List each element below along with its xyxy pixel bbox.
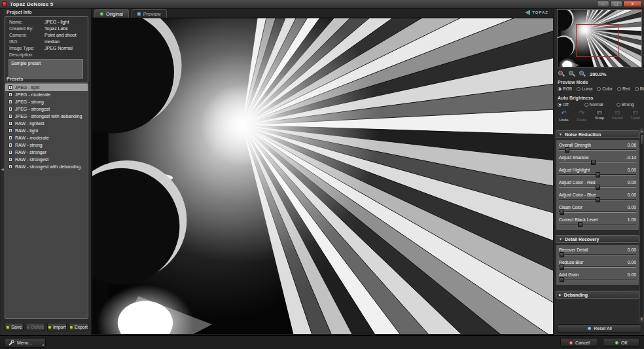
scrollbar-thumb[interactable] <box>640 134 643 145</box>
preview-mode-title: Preview Mode <box>558 80 588 84</box>
detail-recovery-header[interactable]: ▼ Detail Recovery <box>556 235 639 243</box>
slider-track[interactable] <box>559 149 636 151</box>
collapse-left-panel-arrow[interactable]: ◄ <box>0 167 5 172</box>
triangle-down-icon: ▼ <box>559 132 562 136</box>
preset-item[interactable]: RAW - strong <box>5 141 88 149</box>
tab-original[interactable]: Original <box>94 9 129 18</box>
import-preset-button[interactable]: Import <box>47 323 67 331</box>
preset-file-icon <box>9 157 12 162</box>
radio-luma[interactable]: Luma <box>577 86 592 91</box>
preset-item[interactable]: RAW - strongest <box>5 156 88 163</box>
menu-button[interactable]: Menu... <box>4 338 46 348</box>
slider-thumb[interactable] <box>565 147 569 153</box>
slider-thumb[interactable] <box>560 265 564 270</box>
footer-bar: Menu... ✕ Cancel ✓ OK <box>0 335 644 349</box>
radio-strong[interactable]: Strong <box>617 102 634 107</box>
cancel-button[interactable]: ✕ Cancel <box>560 338 598 347</box>
settings-scrollbar[interactable]: ▲ ▼ <box>639 128 644 322</box>
slider-adjust-color-red: Adjust Color - Red0.00 <box>559 179 636 192</box>
description-field[interactable]: Sample preset <box>9 59 83 79</box>
app-icon <box>2 1 7 7</box>
image-viewport[interactable] <box>92 18 553 334</box>
preset-item[interactable]: JPEG - moderate <box>5 91 88 98</box>
minimize-button[interactable]: ‒ <box>597 1 609 7</box>
radio-red[interactable]: Red <box>617 86 630 91</box>
radio-rgb[interactable]: RGB <box>558 86 572 91</box>
slider-track[interactable] <box>559 199 636 200</box>
project-info-title: Project Info <box>7 10 32 14</box>
auto-brightness-radios: Off Normal Strong <box>558 102 639 107</box>
preset-item[interactable]: JPEG - strongest with debanding <box>5 113 88 120</box>
radio-color[interactable]: Color <box>597 86 613 91</box>
radio-normal[interactable]: Normal <box>584 102 603 107</box>
radio-off[interactable]: Off <box>558 102 569 107</box>
slider-track[interactable] <box>559 187 636 188</box>
scroll-up-arrow[interactable]: ▲ <box>640 129 643 134</box>
preset-item[interactable]: RAW - lightest <box>5 120 88 127</box>
original-status-icon <box>100 12 103 16</box>
reset-all-button[interactable]: ↺ Reset All <box>558 324 641 333</box>
redo-button[interactable]: ↷Redo <box>573 110 590 126</box>
app-window: Topaz DeNoise 5 ‒ ▢ ✕ Project Info Name:… <box>0 0 644 349</box>
preset-file-icon <box>9 143 12 147</box>
zoom-fit-icon[interactable] <box>569 71 576 78</box>
slider-thumb[interactable] <box>596 185 600 190</box>
recall-button[interactable]: Recall <box>609 110 626 126</box>
redo-icon: ↷ <box>579 110 584 117</box>
field-name: Name:JPEG - light <box>9 20 23 24</box>
slider-track[interactable] <box>559 162 636 163</box>
scroll-down-arrow[interactable]: ▼ <box>640 317 643 321</box>
zoom-percent: 200.0% <box>590 71 606 77</box>
slider-track[interactable] <box>559 174 636 175</box>
preset-item[interactable]: JPEG - strong <box>5 98 88 105</box>
slider-overall-strength: Overall Strength0.06 <box>559 142 636 155</box>
preset-item[interactable]: JPEG - light <box>5 84 88 91</box>
undo-button[interactable]: ↶Undo <box>556 110 572 126</box>
slider-track[interactable] <box>559 254 636 255</box>
slider-track[interactable] <box>559 224 636 225</box>
building-photo <box>92 18 553 334</box>
slider-thumb[interactable] <box>591 160 596 165</box>
field-camera: Camera:Point and shoot <box>9 33 27 37</box>
maximize-button[interactable]: ▢ <box>610 1 622 7</box>
preset-item[interactable]: RAW - moderate <box>5 134 88 141</box>
slider-thumb[interactable] <box>596 172 600 177</box>
slider-track[interactable] <box>559 211 636 213</box>
zoom-in-icon[interactable] <box>579 71 586 78</box>
preset-item[interactable]: RAW - stronger <box>5 149 88 156</box>
debanding-header[interactable]: ▶ Debanding <box>556 291 639 299</box>
undo-icon: ↶ <box>561 110 566 117</box>
window-title: Topaz DeNoise 5 <box>10 1 53 7</box>
preset-file-icon <box>9 128 12 133</box>
slider-thumb[interactable] <box>560 277 564 282</box>
close-button[interactable]: ✕ <box>623 1 642 7</box>
preset-item[interactable]: RAW - strongest with debanding <box>5 163 88 170</box>
slider-track[interactable] <box>559 279 636 280</box>
slider-thumb[interactable] <box>560 210 564 215</box>
slider-thumb[interactable] <box>596 197 600 202</box>
delete-preset-button[interactable]: Delete <box>26 323 45 331</box>
zoom-out-icon[interactable] <box>558 71 565 78</box>
radio-blue[interactable]: Blue <box>635 86 644 91</box>
slider-thumb[interactable] <box>578 222 582 227</box>
slider-thumb[interactable] <box>560 252 564 257</box>
snap-button[interactable]: Snap <box>592 110 608 126</box>
title-bar[interactable]: Topaz DeNoise 5 ‒ ▢ ✕ <box>0 0 644 9</box>
ok-button[interactable]: ✓ OK <box>603 338 639 347</box>
navigator-viewport-rect[interactable] <box>576 24 619 57</box>
preset-file-icon <box>9 92 12 97</box>
trash-button[interactable]: Trash <box>627 110 643 126</box>
noise-reduction-header[interactable]: ▼ Noise Reduction <box>556 130 639 138</box>
ok-icon: ✓ <box>615 340 619 345</box>
tab-preview[interactable]: Preview <box>132 9 167 18</box>
export-preset-button[interactable]: Export <box>69 323 88 331</box>
field-created-by: Created By:Topaz Labs <box>9 26 33 31</box>
triangle-right-icon: ▶ <box>559 293 562 297</box>
save-preset-button[interactable]: Save <box>5 323 24 331</box>
settings-scroll-area: ▼ Noise Reduction Overall Strength0.06 A… <box>554 128 644 322</box>
triangle-down-icon: ▼ <box>559 237 562 241</box>
preset-item[interactable]: JPEG - strongest <box>5 105 88 113</box>
preset-item[interactable]: RAW - light <box>5 127 88 134</box>
navigator-thumbnail[interactable] <box>557 9 642 67</box>
slider-track[interactable] <box>559 266 636 268</box>
